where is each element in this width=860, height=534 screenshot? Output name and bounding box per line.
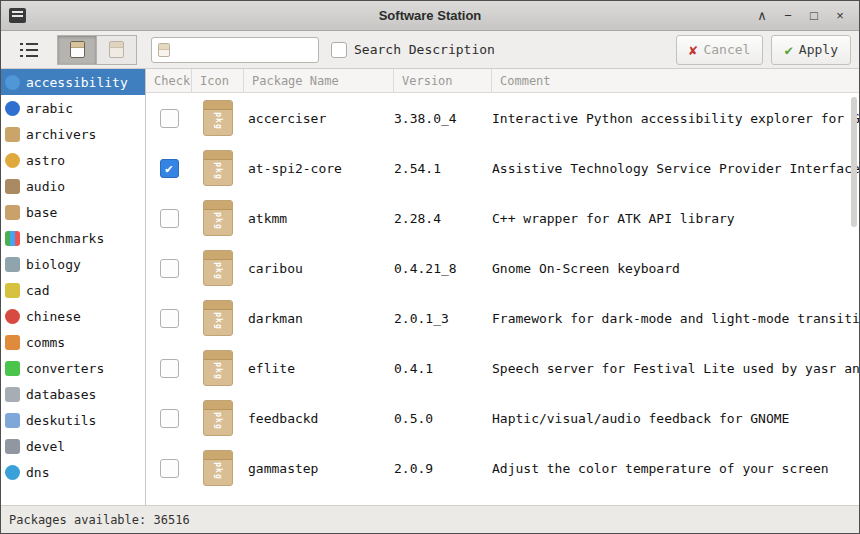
search-description-label: Search Description — [354, 42, 495, 57]
cancel-label: Cancel — [703, 42, 750, 57]
sidebar-item-label: deskutils — [26, 413, 96, 428]
converters-icon — [5, 361, 20, 376]
sidebar-item-cad[interactable]: cad — [1, 277, 145, 303]
table-row[interactable]: pkg gammastep 2.0.9 Adjust the color tem… — [146, 443, 859, 493]
apply-label: Apply — [799, 42, 838, 57]
category-sidebar: accessibility arabic archivers astro aud… — [1, 69, 146, 505]
column-header-comment[interactable]: Comment — [492, 69, 859, 92]
deskutils-icon — [5, 413, 20, 428]
sidebar-item-deskutils[interactable]: deskutils — [1, 407, 145, 433]
package-version: 2.0.9 — [394, 461, 492, 476]
sidebar-item-accessibility[interactable]: accessibility — [1, 69, 145, 95]
installed-packages-toggle[interactable] — [57, 35, 97, 65]
row-checkbox[interactable] — [160, 459, 179, 478]
package-version: 3.38.0_4 — [394, 111, 492, 126]
pkg-box-icon: pkg — [203, 100, 233, 136]
sidebar-item-biology[interactable]: biology — [1, 251, 145, 277]
table-row[interactable]: pkg accerciser 3.38.0_4 Interactive Pyth… — [146, 93, 859, 143]
sidebar-item-base[interactable]: base — [1, 199, 145, 225]
package-comment: C++ wrapper for ATK API library — [492, 211, 859, 226]
sidebar-item-label: arabic — [26, 101, 73, 116]
window-controls: ∧ − □ × — [753, 7, 859, 25]
column-header-package-name[interactable]: Package Name — [244, 69, 394, 92]
sidebar-item-label: comms — [26, 335, 65, 350]
sidebar-item-label: benchmarks — [26, 231, 104, 246]
vertical-scrollbar[interactable] — [851, 97, 857, 227]
column-header-icon[interactable]: Icon — [192, 69, 244, 92]
sidebar-item-label: biology — [26, 257, 81, 272]
minimize-button[interactable]: − — [779, 7, 797, 25]
shade-button[interactable]: ∧ — [753, 7, 771, 25]
row-checkbox[interactable] — [160, 209, 179, 228]
available-packages-toggle[interactable] — [97, 35, 137, 65]
table-row[interactable]: pkg atkmm 2.28.4 C++ wrapper for ATK API… — [146, 193, 859, 243]
row-checkbox[interactable] — [160, 309, 179, 328]
sidebar-item-label: accessibility — [26, 75, 128, 90]
sidebar-item-astro[interactable]: astro — [1, 147, 145, 173]
column-header-check[interactable]: Check — [146, 69, 192, 92]
row-checkbox[interactable] — [160, 409, 179, 428]
packages-available-text: Packages available: 36516 — [9, 513, 190, 527]
package-version: 2.28.4 — [394, 211, 492, 226]
apply-button[interactable]: ✔ Apply — [771, 35, 851, 65]
package-icon — [109, 41, 124, 58]
package-icon — [70, 41, 85, 58]
column-header-version[interactable]: Version — [394, 69, 492, 92]
package-version: 0.4.21_8 — [394, 261, 492, 276]
sidebar-item-databases[interactable]: databases — [1, 381, 145, 407]
table-row[interactable]: pkg caribou 0.4.21_8 Gnome On-Screen key… — [146, 243, 859, 293]
devel-icon — [5, 439, 20, 454]
pkg-box-icon: pkg — [203, 400, 233, 436]
table-row[interactable]: pkg feedbackd 0.5.0 Haptic/visual/audio … — [146, 393, 859, 443]
category-list-button[interactable] — [11, 36, 47, 64]
sidebar-item-label: archivers — [26, 127, 96, 142]
apply-check-icon: ✔ — [784, 42, 792, 58]
table-header: Check Icon Package Name Version Comment — [146, 69, 859, 93]
row-checkbox[interactable] — [160, 359, 179, 378]
sidebar-item-converters[interactable]: converters — [1, 355, 145, 381]
package-name: caribou — [244, 261, 394, 276]
pkg-box-icon: pkg — [203, 200, 233, 236]
row-checkbox[interactable] — [160, 109, 179, 128]
maximize-button[interactable]: □ — [805, 7, 823, 25]
sidebar-item-audio[interactable]: audio — [1, 173, 145, 199]
sidebar-item-archivers[interactable]: archivers — [1, 121, 145, 147]
astro-icon — [5, 153, 20, 168]
main-area: accessibility arabic archivers astro aud… — [1, 69, 859, 505]
sidebar-item-label: devel — [26, 439, 65, 454]
package-comment: Framework for dark-mode and light-mode t… — [492, 311, 859, 326]
search-description-checkbox[interactable] — [331, 42, 347, 58]
archivers-icon — [5, 127, 20, 142]
pkg-box-icon: pkg — [203, 150, 233, 186]
table-row[interactable]: pkg eflite 0.4.1 Speech server for Festi… — [146, 343, 859, 393]
package-comment: Adjust the color temperature of your scr… — [492, 461, 859, 476]
sidebar-item-label: astro — [26, 153, 65, 168]
sidebar-item-chinese[interactable]: chinese — [1, 303, 145, 329]
package-version: 2.54.1 — [394, 161, 492, 176]
window-title: Software Station — [1, 8, 859, 23]
toolbar: Search Description ✘ Cancel ✔ Apply — [1, 31, 859, 69]
package-comment: Gnome On-Screen keyboard — [492, 261, 859, 276]
package-name: at-spi2-core — [244, 161, 394, 176]
software-station-window: Software Station ∧ − □ × Search Desc — [0, 0, 860, 534]
search-input[interactable] — [170, 39, 318, 61]
package-version: 2.0.1_3 — [394, 311, 492, 326]
table-row[interactable]: pkg darkman 2.0.1_3 Framework for dark-m… — [146, 293, 859, 343]
cancel-button[interactable]: ✘ Cancel — [676, 35, 763, 65]
title-bar: Software Station ∧ − □ × — [1, 1, 859, 31]
benchmarks-icon — [5, 231, 20, 246]
sidebar-item-comms[interactable]: comms — [1, 329, 145, 355]
sidebar-item-benchmarks[interactable]: benchmarks — [1, 225, 145, 251]
row-checkbox[interactable] — [160, 259, 179, 278]
package-version: 0.4.1 — [394, 361, 492, 376]
row-checkbox[interactable] — [160, 159, 179, 178]
table-row[interactable]: pkg at-spi2-core 2.54.1 Assistive Techno… — [146, 143, 859, 193]
close-button[interactable]: × — [831, 7, 849, 25]
sidebar-item-devel[interactable]: devel — [1, 433, 145, 459]
sidebar-item-label: audio — [26, 179, 65, 194]
sidebar-item-dns[interactable]: dns — [1, 459, 145, 485]
search-entry[interactable] — [151, 37, 319, 63]
databases-icon — [5, 387, 20, 402]
sidebar-item-arabic[interactable]: arabic — [1, 95, 145, 121]
cancel-x-icon: ✘ — [689, 42, 697, 58]
